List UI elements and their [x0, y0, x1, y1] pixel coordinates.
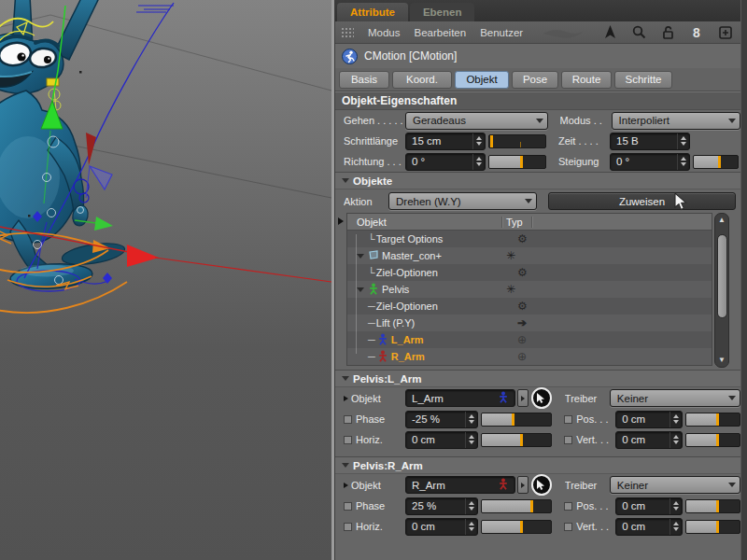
keyframe-checkbox[interactable]	[344, 523, 352, 531]
zeit-field[interactable]: 15 B	[610, 133, 690, 150]
pick-object-button[interactable]	[531, 474, 552, 496]
stepper[interactable]	[465, 498, 477, 514]
keyframe-checkbox[interactable]	[564, 523, 572, 531]
lock-icon[interactable]	[660, 25, 675, 40]
keyframe-checkbox[interactable]	[564, 415, 572, 424]
steigung-slider[interactable]	[693, 155, 739, 169]
x-axis-arrow[interactable]	[127, 245, 159, 267]
group-header-objekte[interactable]: Objekte	[335, 172, 740, 189]
keyframe-checkbox[interactable]	[344, 502, 352, 511]
r-arm-objekt-field[interactable]: R_Arm	[405, 476, 515, 494]
l-arm-vert-field[interactable]: 0 cm	[615, 431, 683, 449]
tree-row[interactable]: ─L_Arm⊕	[347, 331, 712, 348]
group-header-pelvis-r-arm[interactable]: Pelvis:R_Arm	[335, 456, 740, 474]
r-arm-pos-field[interactable]: 0 cm	[615, 497, 683, 515]
tree-scrollbar[interactable]: ▲ ▼	[714, 213, 729, 368]
tab-objekt[interactable]: Objekt	[455, 71, 509, 89]
stepper[interactable]	[669, 432, 682, 448]
tab-koord[interactable]: Koord.	[392, 71, 452, 89]
l-arm-phase-slider[interactable]	[481, 413, 552, 427]
tree-row[interactable]: └Target Options⚙	[347, 231, 712, 247]
tab-ebenen[interactable]: Ebenen	[410, 3, 475, 21]
modus-dropdown[interactable]: Interpoliert	[612, 112, 740, 130]
stepper[interactable]	[465, 412, 477, 427]
column-typ[interactable]: Typ	[502, 217, 532, 228]
stepper[interactable]	[669, 498, 682, 514]
scroll-up-icon[interactable]: ▲	[715, 216, 728, 225]
figure-8-icon[interactable]: 8	[689, 25, 704, 40]
column-objekt[interactable]: Objekt	[347, 217, 502, 228]
tree-row[interactable]: ─Ziel-Optionen⚙	[347, 298, 712, 315]
schrittlaenge-field[interactable]: 15 cm	[405, 133, 486, 150]
r-arm-pos-slider[interactable]	[685, 499, 740, 513]
gear-icon[interactable]: ⚙	[513, 301, 543, 312]
menu-benutzer[interactable]: Benutzer	[480, 27, 523, 38]
l-arm-objekt-field[interactable]: L_Arm	[405, 389, 515, 407]
r-arm-horiz-field[interactable]: 0 cm	[405, 518, 478, 536]
tab-pose[interactable]: Pose	[512, 71, 558, 89]
stepper[interactable]	[677, 154, 689, 170]
r-arm-treiber-dropdown[interactable]: Keiner	[610, 476, 740, 494]
stepper[interactable]	[669, 519, 682, 535]
r-arm-horiz-slider[interactable]	[481, 520, 552, 534]
gear-icon[interactable]: ⚙	[513, 267, 543, 278]
keyframe-checkbox[interactable]	[564, 502, 572, 511]
richtung-slider[interactable]	[488, 155, 546, 169]
l-arm-vert-slider[interactable]	[685, 433, 740, 447]
tree-row[interactable]: Master_con+✳	[347, 247, 712, 264]
r-arm-phase-slider[interactable]	[481, 499, 552, 513]
stepper[interactable]	[465, 519, 477, 535]
target-icon[interactable]: ⊕	[513, 351, 543, 362]
l-arm-pos-field[interactable]: 0 cm	[615, 411, 683, 428]
l-arm-treiber-dropdown[interactable]: Keiner	[610, 389, 740, 407]
l-arm-horiz-slider[interactable]	[481, 433, 552, 447]
stepper[interactable]	[472, 154, 485, 170]
gehen-dropdown[interactable]: Geradeaus	[405, 112, 548, 130]
expand-triangle-icon[interactable]	[344, 396, 348, 401]
scroll-down-icon[interactable]: ▼	[715, 356, 728, 365]
steigung-field[interactable]: 0 °	[610, 153, 690, 171]
burst-icon[interactable]: ✳	[501, 284, 531, 295]
tab-schritte[interactable]: Schritte	[614, 71, 672, 89]
stepper[interactable]	[465, 432, 477, 448]
tab-attribute[interactable]: Attribute	[337, 3, 408, 21]
gear-icon[interactable]: ⚙	[513, 233, 543, 245]
tree-row[interactable]: ─Lift (P.Y)➔	[347, 315, 712, 331]
magnifier-icon[interactable]	[631, 25, 646, 40]
menu-bearbeiten[interactable]: Bearbeiten	[415, 27, 467, 38]
r-arm-vert-field[interactable]: 0 cm	[615, 518, 683, 536]
tree-row[interactable]: Pelvis✳	[347, 281, 712, 298]
expand-triangle-icon[interactable]	[344, 483, 348, 488]
group-header-pelvis-l-arm[interactable]: Pelvis:L_Arm	[335, 370, 740, 387]
tab-basis[interactable]: Basis	[339, 71, 389, 89]
schrittlaenge-slider[interactable]	[488, 134, 546, 148]
object-menu-button[interactable]	[517, 476, 529, 494]
object-menu-button[interactable]	[517, 389, 529, 407]
menu-modus[interactable]: Modus	[368, 27, 401, 38]
stepper[interactable]	[472, 133, 485, 149]
r-arm-vert-slider[interactable]	[685, 520, 740, 534]
keyframe-checkbox[interactable]	[564, 436, 572, 444]
aktion-dropdown[interactable]: Drehen (W.Y)	[388, 192, 537, 210]
scroll-thumb[interactable]	[717, 234, 727, 318]
cursor-icon[interactable]	[602, 25, 617, 40]
stepper[interactable]	[669, 412, 682, 427]
zuweisen-button[interactable]: Zuweisen	[548, 192, 736, 210]
tab-route[interactable]: Route	[561, 71, 612, 89]
arrow-icon[interactable]: ➔	[513, 317, 543, 329]
keyframe-checkbox[interactable]	[344, 436, 352, 444]
tree-row[interactable]: └Ziel-Optionen⚙	[347, 264, 712, 281]
l-arm-phase-field[interactable]: -25 %	[405, 411, 478, 428]
burst-icon[interactable]: ✳	[501, 250, 531, 261]
l-arm-horiz-field[interactable]: 0 cm	[405, 431, 478, 449]
viewport-3d[interactable]	[0, 0, 331, 560]
target-icon[interactable]: ⊕	[513, 334, 543, 345]
expander-triangle-icon[interactable]	[357, 287, 364, 292]
r-arm-phase-field[interactable]: 25 %	[405, 497, 478, 515]
l-arm-pos-slider[interactable]	[685, 413, 740, 427]
stepper[interactable]	[677, 133, 689, 149]
grip-icon[interactable]	[341, 27, 354, 37]
tree-collapse-icon[interactable]	[338, 217, 344, 225]
keyframe-checkbox[interactable]	[344, 415, 352, 424]
add-panel-icon[interactable]	[718, 25, 733, 40]
